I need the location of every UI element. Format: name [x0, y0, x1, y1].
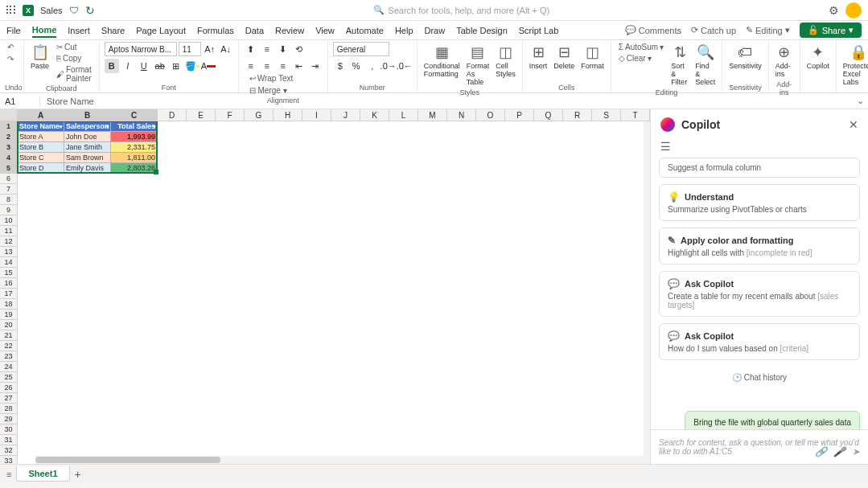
orientation-button[interactable]: ⟲	[292, 42, 306, 56]
column-header[interactable]: K	[360, 109, 389, 121]
attach-icon[interactable]: 🔗	[815, 446, 827, 457]
row-header[interactable]: 1	[0, 121, 18, 132]
row-header[interactable]: 21	[0, 330, 18, 341]
column-header[interactable]: R	[563, 109, 592, 121]
font-size-select[interactable]: 11	[179, 42, 201, 56]
decrease-indent-button[interactable]: ⇤	[292, 59, 306, 73]
copilot-ribbon-button[interactable]: ✦Copilot	[805, 42, 831, 72]
table-cell[interactable]: John Doe	[64, 132, 111, 142]
select-all-corner[interactable]	[0, 109, 18, 121]
insert-cells-button[interactable]: ⊞Insert	[528, 42, 549, 72]
column-header[interactable]: N	[447, 109, 476, 121]
formula-input[interactable]: Store Name	[40, 96, 852, 106]
column-header[interactable]: Q	[534, 109, 563, 121]
column-header[interactable]: P	[505, 109, 534, 121]
row-header[interactable]: 3	[0, 142, 18, 153]
row-header[interactable]: 19	[0, 310, 18, 320]
italic-button[interactable]: I	[121, 59, 135, 73]
column-header[interactable]: H	[274, 109, 302, 121]
send-icon[interactable]: ➤	[852, 446, 860, 457]
row-header[interactable]: 8	[0, 195, 18, 205]
menu-tab-draw[interactable]: Draw	[425, 24, 446, 37]
column-header[interactable]: S	[592, 109, 621, 121]
redo-button[interactable]: ↷	[5, 54, 16, 64]
row-header[interactable]: 24	[0, 362, 18, 372]
autosum-button[interactable]: Σ AutoSum ▾	[616, 42, 666, 52]
font-name-select[interactable]: Aptos Narrow B...	[105, 42, 177, 56]
column-header[interactable]: D	[158, 109, 187, 121]
table-cell[interactable]: Emily Davis	[64, 163, 111, 174]
table-cell[interactable]: 1,993.99	[111, 132, 158, 142]
align-bottom-button[interactable]: ⬇	[276, 42, 290, 56]
menu-tab-home[interactable]: Home	[32, 23, 57, 38]
row-header[interactable]: 15	[0, 268, 18, 278]
increase-font-button[interactable]: A↑	[203, 42, 217, 56]
table-cell[interactable]: 2,331.75	[111, 142, 158, 153]
row-header[interactable]: 11	[0, 226, 18, 236]
delete-cells-button[interactable]: ⊟Delete	[552, 42, 576, 72]
table-header[interactable]: Store Name	[18, 121, 64, 132]
table-cell[interactable]: Jane Smith	[64, 142, 111, 153]
row-header[interactable]: 31	[0, 435, 18, 445]
row-header[interactable]: 33	[0, 456, 18, 464]
border-button[interactable]: ⊞	[169, 59, 183, 73]
catchup-button[interactable]: ⟳ Catch up	[691, 25, 736, 35]
name-box[interactable]: A1	[0, 96, 40, 106]
search-input[interactable]: 🔍 Search for tools, help, and more (Alt …	[365, 3, 557, 17]
menu-tab-help[interactable]: Help	[395, 24, 413, 37]
sort-filter-button[interactable]: ⇅Sort & Filter	[669, 42, 690, 88]
column-header[interactable]: O	[476, 109, 505, 121]
row-header[interactable]: 18	[0, 299, 18, 310]
app-launcher-icon[interactable]	[6, 6, 16, 15]
conditional-formatting-button[interactable]: ▦Conditional Formatting	[422, 42, 462, 80]
menu-tab-page-layout[interactable]: Page Layout	[136, 24, 186, 37]
row-header[interactable]: 2	[0, 132, 18, 142]
row-header[interactable]: 5	[0, 163, 18, 174]
table-cell[interactable]: Store C	[18, 153, 64, 163]
find-select-button[interactable]: 🔍Find & Select	[693, 42, 717, 88]
table-cell[interactable]: Sam Brown	[64, 153, 111, 163]
align-right-button[interactable]: ≡	[276, 59, 290, 73]
menu-tab-file[interactable]: File	[6, 24, 21, 37]
row-header[interactable]: 25	[0, 372, 18, 383]
row-header[interactable]: 6	[0, 174, 18, 184]
align-middle-button[interactable]: ≡	[260, 42, 274, 56]
align-top-button[interactable]: ⬆	[244, 42, 258, 56]
table-cell[interactable]: 1,811.00	[111, 153, 158, 163]
row-header[interactable]: 32	[0, 445, 18, 456]
table-cell[interactable]: 2,803.26	[111, 163, 158, 174]
wrap-text-button[interactable]: ↩ Wrap Text	[247, 73, 323, 84]
vertical-scrollbar[interactable]	[644, 121, 650, 456]
suggestion-formula-column[interactable]: Suggest a formula column	[659, 158, 860, 178]
protected-excel-button[interactable]: 🔒Protected Excel Labs	[841, 42, 868, 88]
sheet-tab[interactable]: Sheet1	[16, 466, 69, 482]
comma-button[interactable]: ,	[365, 59, 380, 73]
column-header[interactable]: I	[302, 109, 331, 121]
row-header[interactable]: 26	[0, 383, 18, 393]
sensitivity-button[interactable]: 🏷Sensitivity	[727, 42, 763, 72]
menu-tab-review[interactable]: Review	[275, 24, 304, 37]
menu-tab-insert[interactable]: Insert	[68, 24, 90, 37]
number-format-select[interactable]: General	[333, 42, 389, 56]
bold-button[interactable]: B	[105, 59, 119, 73]
column-header[interactable]: B	[64, 109, 111, 121]
share-button[interactable]: 🔓 Share ▾	[800, 23, 862, 38]
table-cell[interactable]: Store A	[18, 132, 64, 142]
column-header[interactable]: L	[389, 109, 418, 121]
addins-button[interactable]: ⊕Add-ins	[774, 42, 795, 80]
column-header[interactable]: C	[111, 109, 158, 121]
editing-mode[interactable]: ✎ Editing ▾	[746, 25, 790, 35]
increase-decimal-button[interactable]: .0→	[381, 59, 396, 73]
row-header[interactable]: 28	[0, 404, 18, 414]
settings-icon[interactable]: ⚙	[829, 4, 839, 17]
column-header[interactable]: T	[621, 109, 650, 121]
row-header[interactable]: 30	[0, 424, 18, 435]
format-painter-button[interactable]: 🖌 Format Painter	[54, 64, 94, 84]
align-left-button[interactable]: ≡	[244, 59, 258, 73]
add-sheet-button[interactable]: +	[75, 468, 81, 481]
column-header[interactable]: F	[216, 109, 245, 121]
format-cells-button[interactable]: ◫Format	[579, 42, 606, 72]
menu-tab-formulas[interactable]: Formulas	[197, 24, 234, 37]
row-header[interactable]: 14	[0, 257, 18, 268]
increase-indent-button[interactable]: ⇥	[308, 59, 323, 73]
